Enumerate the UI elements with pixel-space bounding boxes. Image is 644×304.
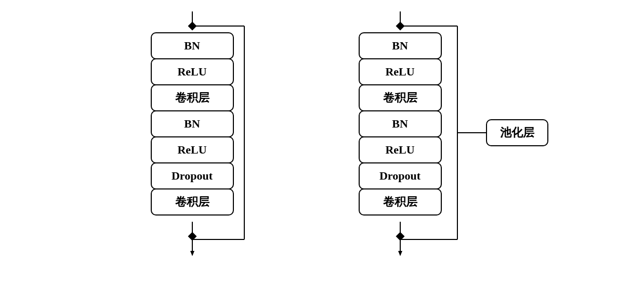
left-stack: BN ReLU 卷积层 BN ReLU Dropout 卷积层 <box>151 32 234 216</box>
left-node-conv2: 卷积层 <box>151 188 234 216</box>
right-node-bn2: BN <box>359 110 442 137</box>
svg-marker-11 <box>190 251 194 256</box>
svg-marker-22 <box>398 251 402 256</box>
left-node-dropout: Dropout <box>151 162 234 189</box>
svg-rect-1 <box>188 22 196 31</box>
pool-box: 池化层 <box>486 119 548 146</box>
right-node-relu2: ReLU <box>359 136 442 163</box>
right-node-conv2: 卷积层 <box>359 188 442 216</box>
svg-rect-9 <box>188 232 196 241</box>
svg-rect-20 <box>396 232 404 241</box>
left-node-relu2: ReLU <box>151 136 234 163</box>
right-node-dropout: Dropout <box>359 162 442 189</box>
right-node-conv1: 卷积层 <box>359 84 442 111</box>
left-diagram: BN ReLU 卷积层 BN ReLU Dropout 卷积层 <box>120 11 265 293</box>
left-node-bn1: BN <box>151 32 234 59</box>
right-node-bn1: BN <box>359 32 442 59</box>
left-node-conv1: 卷积层 <box>151 84 234 111</box>
left-node-relu1: ReLU <box>151 58 234 85</box>
right-diagram: BN ReLU 卷积层 BN ReLU Dropout 卷积层 池化层 <box>327 11 525 293</box>
right-node-relu1: ReLU <box>359 58 442 85</box>
svg-rect-18 <box>396 22 404 31</box>
diagram-container: BN ReLU 卷积层 BN ReLU Dropout 卷积层 <box>0 0 644 304</box>
left-node-bn2: BN <box>151 110 234 137</box>
right-stack: BN ReLU 卷积层 BN ReLU Dropout 卷积层 <box>359 32 442 216</box>
